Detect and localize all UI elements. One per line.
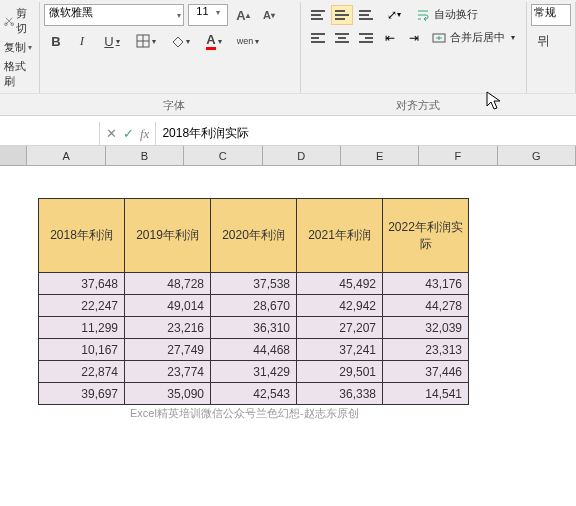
col-header[interactable]: G — [498, 146, 576, 165]
phonetic-button[interactable]: wen▾ — [232, 30, 264, 52]
table-row: 22,87423,77431,42929,50137,446 — [39, 361, 469, 383]
bucket-icon — [170, 34, 184, 48]
font-group: 微软雅黑 ▾ 11 ▾ A▴ A▾ B I U▾ ▾ ▾ A▾ wen▾ — [40, 2, 301, 93]
table-row: 10,16727,74944,46837,24123,313 — [39, 339, 469, 361]
copy-label: 复制 — [4, 40, 26, 55]
merge-icon — [432, 31, 446, 45]
table-header[interactable]: 2022年利润实际 — [383, 199, 469, 273]
alignment-group: ⤢▾ 自动换行 ⇤ ⇥ 合并后居中 ▾ — [301, 2, 527, 93]
select-all-corner[interactable] — [0, 146, 27, 165]
wrap-icon — [416, 8, 430, 22]
font-group-label: 字体 — [40, 94, 308, 115]
number-format-select[interactable]: 常规 — [531, 4, 571, 26]
table-row: 11,29923,21636,31027,20732,039 — [39, 317, 469, 339]
merge-center-button[interactable]: 合并后居中 ▾ — [427, 27, 520, 48]
orientation-button[interactable]: ⤢▾ — [379, 5, 409, 25]
cut-button[interactable]: 剪切 — [4, 4, 35, 38]
spreadsheet: A B C D E F G 2018年利润 2019年利润 2020年利润 20… — [0, 146, 576, 506]
format-painter-button[interactable]: 格式刷 — [4, 57, 35, 91]
footer-text: Excel精英培训微信公众号兰色幻想-赵志东原创 — [130, 406, 359, 421]
format-painter-label: 格式刷 — [4, 59, 35, 89]
col-header[interactable]: A — [27, 146, 105, 165]
enter-icon[interactable]: ✓ — [123, 126, 134, 141]
col-header[interactable]: D — [263, 146, 341, 165]
column-headers: A B C D E F G — [0, 146, 576, 166]
align-top-button[interactable] — [307, 5, 329, 25]
scissors-icon — [4, 15, 14, 27]
formula-input[interactable]: 2018年利润实际 — [155, 122, 576, 145]
increase-font-button[interactable]: A▴ — [232, 4, 254, 26]
col-header[interactable]: B — [106, 146, 184, 165]
font-family-select[interactable]: 微软雅黑 ▾ — [44, 4, 184, 26]
cancel-icon[interactable]: ✕ — [106, 126, 117, 141]
copy-button[interactable]: 复制 ▾ — [4, 38, 35, 57]
decrease-font-button[interactable]: A▾ — [258, 4, 280, 26]
decrease-indent-button[interactable]: ⇤ — [379, 28, 401, 48]
table-row: 37,64848,72837,53845,49243,176 — [39, 273, 469, 295]
fill-color-button[interactable]: ▾ — [164, 30, 196, 52]
table-header[interactable]: 2020年利润 — [211, 199, 297, 273]
col-header[interactable]: E — [341, 146, 419, 165]
align-bottom-button[interactable] — [355, 5, 377, 25]
bold-button[interactable]: B — [44, 30, 68, 52]
font-size-select[interactable]: 11 ▾ — [188, 4, 228, 26]
align-center-button[interactable] — [331, 28, 353, 48]
wrap-label: 自动换行 — [434, 7, 478, 22]
border-icon — [136, 34, 150, 48]
align-left-button[interactable] — [307, 28, 329, 48]
merge-label: 合并后居中 — [450, 30, 505, 45]
table-header[interactable]: 2018年利润 — [39, 199, 125, 273]
formula-bar: ✕ ✓ fx 2018年利润实际 — [0, 122, 576, 146]
align-right-button[interactable] — [355, 28, 377, 48]
number-format-value: 常规 — [534, 6, 556, 18]
grid-area[interactable]: 2018年利润 2019年利润 2020年利润 2021年利润 2022年利润实… — [0, 166, 576, 506]
table-header[interactable]: 2019年利润 — [125, 199, 211, 273]
ribbon: 剪切 复制 ▾ 格式刷 微软雅黑 ▾ 11 ▾ A▴ A▾ — [0, 0, 576, 116]
border-button[interactable]: ▾ — [130, 30, 162, 52]
wrap-text-button[interactable]: 自动换行 — [411, 4, 483, 25]
underline-button[interactable]: U▾ — [96, 30, 128, 52]
alignment-group-label: 对齐方式 — [308, 94, 528, 115]
increase-indent-button[interactable]: ⇥ — [403, 28, 425, 48]
italic-button[interactable]: I — [70, 30, 94, 52]
font-family-value: 微软雅黑 — [49, 6, 93, 18]
data-table: 2018年利润 2019年利润 2020年利润 2021年利润 2022年利润实… — [38, 198, 469, 405]
number-group: 常规 뮈 — [527, 2, 576, 93]
cut-label: 剪切 — [16, 6, 35, 36]
col-header[interactable]: C — [184, 146, 262, 165]
col-header[interactable]: F — [419, 146, 497, 165]
chevron-down-icon: ▾ — [177, 11, 181, 20]
table-row: 39,69735,09042,54336,33814,541 — [39, 383, 469, 405]
table-header[interactable]: 2021年利润 — [297, 199, 383, 273]
font-color-button[interactable]: A▾ — [198, 30, 230, 52]
font-size-value: 11 — [196, 5, 208, 17]
fx-icon[interactable]: fx — [140, 126, 149, 142]
align-middle-button[interactable] — [331, 5, 353, 25]
currency-button[interactable]: 뮈 — [531, 30, 555, 52]
clipboard-group: 剪切 复制 ▾ 格式刷 — [0, 2, 40, 93]
table-row: 22,24749,01428,67042,94244,278 — [39, 295, 469, 317]
name-box[interactable] — [0, 122, 100, 145]
